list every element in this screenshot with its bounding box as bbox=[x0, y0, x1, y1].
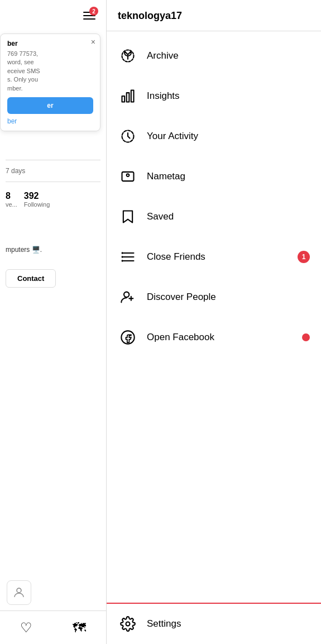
contact-button[interactable]: Contact bbox=[6, 269, 56, 288]
settings-label: Settings bbox=[147, 618, 310, 629]
close-icon[interactable]: × bbox=[91, 37, 95, 46]
bottom-nav-left: ♡ 🗺 bbox=[0, 610, 106, 644]
svg-rect-3 bbox=[127, 93, 130, 102]
followers-count: 392 bbox=[24, 191, 50, 201]
change-number-link[interactable]: ber bbox=[7, 117, 93, 125]
menu-header: teknologya17 bbox=[107, 0, 321, 31]
menu-item-your-activity[interactable]: Your Activity bbox=[107, 116, 321, 156]
svg-marker-12 bbox=[122, 256, 124, 259]
nametag-icon bbox=[118, 166, 138, 187]
following-count: 8 bbox=[6, 191, 17, 201]
svg-rect-4 bbox=[131, 90, 134, 102]
hamburger-menu-button[interactable]: 2 bbox=[79, 6, 99, 26]
divider2 bbox=[6, 182, 100, 182]
heart-icon[interactable]: ♡ bbox=[20, 620, 32, 636]
saved-label: Saved bbox=[147, 211, 310, 222]
sms-notification-card: × ber 769 77573,word, seeeceive SMSs. On… bbox=[0, 34, 100, 131]
profile-icon bbox=[7, 580, 31, 605]
notification-badge: 2 bbox=[89, 7, 98, 16]
menu-item-saved[interactable]: Saved bbox=[107, 197, 321, 237]
svg-point-14 bbox=[124, 292, 129, 297]
facebook-dot bbox=[302, 333, 310, 341]
menu-item-archive[interactable]: Archive bbox=[107, 36, 321, 76]
svg-point-0 bbox=[17, 588, 21, 593]
stats-row: 8 ve... 392 Following bbox=[6, 187, 100, 212]
close-friends-badge: 1 bbox=[298, 251, 310, 263]
menu-username: teknologya17 bbox=[118, 10, 310, 22]
menu-item-open-facebook[interactable]: Open Facebook bbox=[107, 317, 321, 357]
archive-label: Archive bbox=[147, 50, 310, 61]
close-friends-label: Close Friends bbox=[147, 251, 298, 263]
settings-footer[interactable]: Settings bbox=[107, 603, 321, 644]
menu-item-close-friends[interactable]: Close Friends 1 bbox=[107, 237, 321, 277]
days-label: 7 days bbox=[6, 165, 100, 177]
bio-area: mputers 🖥️. bbox=[0, 246, 106, 254]
sms-body: 769 77573,word, seeeceive SMSs. Only you… bbox=[7, 50, 93, 93]
discover-people-label: Discover People bbox=[147, 292, 310, 303]
contact-area: Contact bbox=[0, 265, 106, 288]
menu-item-nametag[interactable]: Nametag bbox=[107, 156, 321, 197]
stat-followers: 392 Following bbox=[24, 191, 50, 208]
left-panel: 2 × ber 769 77573,word, seeeceive SMSs. … bbox=[0, 0, 106, 644]
svg-marker-11 bbox=[122, 252, 124, 255]
svg-point-18 bbox=[126, 622, 130, 626]
saved-icon bbox=[118, 207, 138, 227]
slide-out-menu: teknologya17 Archive bbox=[106, 0, 321, 644]
menu-item-insights[interactable]: Insights bbox=[107, 76, 321, 116]
menu-item-discover-people[interactable]: Discover People bbox=[107, 277, 321, 317]
svg-point-17 bbox=[121, 331, 134, 344]
open-facebook-label: Open Facebook bbox=[147, 332, 302, 343]
followers-label: Following bbox=[24, 201, 50, 208]
divider bbox=[6, 160, 100, 160]
map-icon[interactable]: 🗺 bbox=[73, 620, 86, 636]
stat-following: 8 ve... bbox=[6, 191, 17, 208]
menu-list: Archive Insights Your Activity bbox=[107, 31, 321, 603]
svg-point-7 bbox=[127, 174, 130, 176]
insights-icon bbox=[118, 86, 138, 106]
following-label: ve... bbox=[6, 201, 17, 208]
discover-people-icon bbox=[118, 287, 138, 307]
your-activity-label: Your Activity bbox=[147, 131, 310, 142]
archive-icon bbox=[118, 46, 138, 66]
sms-button[interactable]: er bbox=[7, 97, 93, 114]
sms-title: ber bbox=[7, 40, 93, 47]
insights-label: Insights bbox=[147, 90, 310, 102]
stats-area: 7 days 8 ve... 392 Following bbox=[0, 160, 106, 212]
facebook-icon bbox=[118, 327, 138, 347]
your-activity-icon bbox=[118, 126, 138, 146]
svg-marker-13 bbox=[122, 260, 124, 263]
nametag-label: Nametag bbox=[147, 171, 310, 182]
close-friends-icon bbox=[118, 247, 138, 267]
top-bar: 2 bbox=[0, 0, 106, 31]
bio-text: mputers 🖥️. bbox=[6, 246, 100, 254]
settings-icon bbox=[118, 614, 138, 634]
svg-rect-2 bbox=[122, 96, 125, 102]
